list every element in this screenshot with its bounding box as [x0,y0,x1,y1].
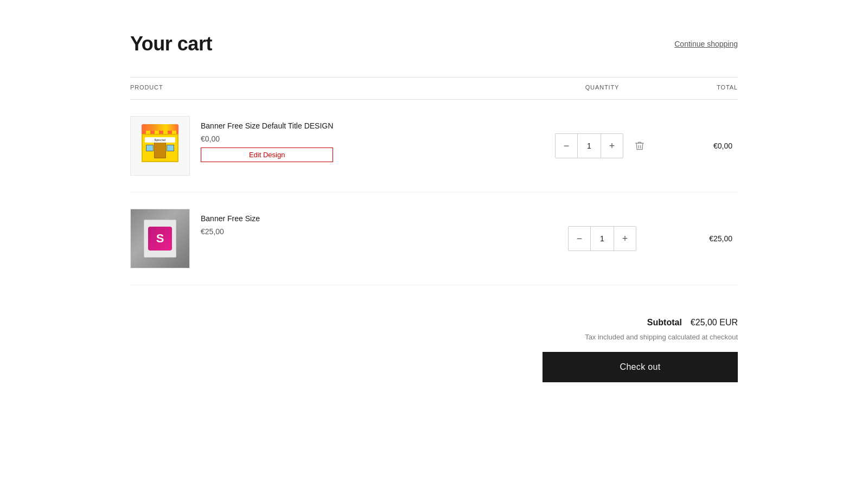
table-row: Special Banner Free Size Default Title D… [130,100,738,192]
product-image-1: Special [130,116,190,176]
product-price-1: €0,00 [201,134,333,143]
subtotal-value: €25,00 EUR [691,318,738,328]
subtotal-label: Subtotal [647,318,682,328]
col-header-total: TOTAL [656,84,738,91]
quantity-column-2: − + [548,226,656,251]
continue-shopping-link[interactable]: Continue shopping [674,40,738,48]
store-icon: Special [141,124,179,168]
item-total-1: €0,00 [656,142,738,150]
checkout-button[interactable]: Check out [542,352,738,382]
product-name-2: Banner Free Size [201,214,260,223]
tax-note: Tax included and shipping calculated at … [585,333,738,341]
cart-items-list: Special Banner Free Size Default Title D… [130,99,738,285]
cart-footer: Subtotal €25,00 EUR Tax included and shi… [130,318,738,382]
quantity-input-1[interactable] [577,134,601,158]
product-details-2: Banner Free Size €25,00 [201,209,260,236]
quantity-control-1: − + [555,133,623,158]
product-price-2: €25,00 [201,227,260,236]
quantity-decrease-button-1[interactable]: − [556,134,577,158]
table-row: S Banner Free Size €25,00 − + €25,00 [130,192,738,285]
quantity-increase-button-2[interactable]: + [614,227,636,251]
quantity-control-2: − + [568,226,636,251]
product-info-2: S Banner Free Size €25,00 [130,209,548,268]
cart-header: Your cart Continue shopping [130,33,738,55]
subtotal-row: Subtotal €25,00 EUR [647,318,738,328]
product-name-1: Banner Free Size Default Title DESIGN [201,121,333,130]
product-info-1: Special Banner Free Size Default Title D… [130,116,548,176]
quantity-decrease-button-2[interactable]: − [569,227,590,251]
quantity-input-2[interactable] [590,227,614,251]
item-total-2: €25,00 [656,234,738,243]
product-image-2: S [130,209,190,268]
trash-icon [634,140,645,151]
quantity-column-1: − + [548,133,656,158]
table-header: PRODUCT QUANTITY TOTAL [130,77,738,97]
product-details-1: Banner Free Size Default Title DESIGN €0… [201,116,333,162]
col-header-product: PRODUCT [130,84,548,91]
quantity-increase-button-1[interactable]: + [601,134,623,158]
page-title: Your cart [130,33,212,55]
col-header-quantity: QUANTITY [548,84,656,91]
delete-item-button-1[interactable] [630,136,649,156]
cart-page: Your cart Continue shopping PRODUCT QUAN… [108,0,760,415]
edit-design-button[interactable]: Edit Design [201,147,333,162]
